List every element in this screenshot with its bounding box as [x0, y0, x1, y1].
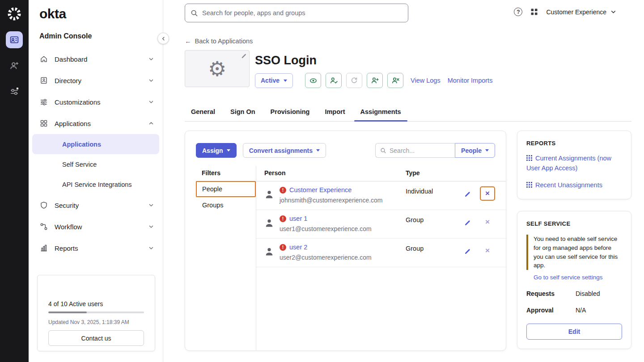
person-avatar-icon	[264, 218, 274, 238]
user-add-icon	[10, 61, 19, 70]
unassign-button[interactable]: ×	[480, 186, 495, 201]
approval-row: Approval N/A	[526, 307, 622, 314]
sidebar-item-applications[interactable]: Applications	[29, 113, 163, 134]
topbar-actions: ? Customer Experience	[514, 8, 616, 16]
sidebar-collapse-button[interactable]	[157, 33, 169, 44]
self-service-title: SELF SERVICE	[526, 220, 622, 227]
sidebar-item-label: Directory	[55, 77, 81, 84]
assignments-table: Person Type ! Customer Experience	[256, 166, 506, 350]
tab-import[interactable]: Import	[318, 104, 351, 121]
warning-icon: !	[280, 215, 286, 222]
app-status-row: Active View Logs Mo	[255, 73, 492, 88]
user-check-icon-button[interactable]	[326, 73, 342, 88]
toggles-icon	[10, 87, 19, 96]
view-logs-link[interactable]: View Logs	[411, 77, 441, 84]
assign-button[interactable]: Assign	[196, 143, 237, 158]
okta-wordmark: okta	[39, 6, 163, 21]
edit-logo-pencil-icon[interactable]	[241, 52, 247, 58]
assignments-card: Assign Convert assignments People	[185, 130, 506, 351]
sidebar-item-reports[interactable]: Reports	[29, 237, 163, 259]
sidebar-item-label: Reports	[55, 244, 78, 252]
convert-button-label: Convert assignments	[249, 147, 313, 154]
approval-label: Approval	[526, 307, 576, 314]
sidebar-subitem-label: Self Service	[62, 161, 97, 168]
back-to-applications-link[interactable]: ← Back to Applications	[185, 38, 253, 45]
assignments-body: Filters People Groups Person Type	[185, 166, 506, 350]
eye-icon-button[interactable]	[305, 73, 321, 88]
requests-row: Requests Disabled	[526, 290, 622, 297]
app-rail	[0, 0, 29, 362]
warning-icon: !	[280, 244, 286, 251]
help-icon[interactable]: ?	[514, 8, 522, 16]
person-avatar-icon	[264, 189, 274, 210]
person-link[interactable]: user 1	[289, 215, 307, 222]
self-service-note: You need to enable self service for org …	[526, 235, 622, 269]
active-users-progress-fill	[48, 311, 87, 313]
assignments-search-input[interactable]	[390, 147, 439, 154]
edit-pencil-icon[interactable]	[464, 219, 471, 225]
okta-spinner-logo	[6, 5, 23, 22]
tab-general[interactable]: General	[185, 104, 221, 121]
unassign-button[interactable]: ×	[480, 215, 495, 229]
filter-groups[interactable]: Groups	[196, 197, 256, 213]
rail-item-toggles[interactable]	[6, 83, 23, 100]
self-service-edit-button[interactable]: Edit	[526, 324, 622, 340]
sidebar-item-workflow[interactable]: Workflow	[29, 216, 163, 237]
column-type: Type	[406, 169, 420, 177]
rail-item-admin-console[interactable]	[6, 31, 23, 48]
sidebar-item-customizations[interactable]: Customizations	[29, 91, 163, 113]
monitor-imports-link[interactable]: Monitor Imports	[448, 77, 493, 84]
refresh-icon	[350, 76, 358, 84]
tab-assignments[interactable]: Assignments	[354, 104, 407, 121]
app-status-select[interactable]: Active	[255, 73, 293, 88]
tab-sign-on[interactable]: Sign On	[224, 104, 262, 121]
sidebar-item-directory[interactable]: Directory	[29, 70, 163, 91]
convert-assignments-button[interactable]: Convert assignments	[243, 143, 326, 158]
self-service-settings-link[interactable]: Go to self service settings	[526, 274, 622, 281]
user-plus-icon	[371, 76, 379, 85]
sidebar-item-dashboard[interactable]: Dashboard	[29, 48, 163, 70]
assignments-search	[375, 143, 455, 158]
right-sidebar: REPORTS Current Assignments (now User Ap…	[517, 130, 631, 349]
rail-item-add-user[interactable]	[6, 57, 23, 74]
filters-panel: Filters People Groups	[185, 166, 256, 350]
chevron-down-icon	[148, 78, 154, 83]
okta-spinner-icon	[7, 6, 22, 21]
tab-provisioning[interactable]: Provisioning	[264, 104, 316, 121]
sidebar-subitem-applications[interactable]: Applications	[32, 134, 159, 154]
sidebar-subitem-api-service-integrations[interactable]: API Service Integrations	[32, 174, 159, 194]
apps-grid-icon[interactable]	[530, 8, 538, 16]
current-assignments-label: Current Assignments (now User App Access…	[526, 155, 611, 172]
sidebar-subitem-label: API Service Integrations	[62, 181, 132, 188]
recent-unassignments-link[interactable]: Recent Unassignments	[526, 180, 622, 190]
org-switcher[interactable]: Customer Experience	[546, 8, 616, 16]
person-link[interactable]: user 2	[289, 244, 307, 251]
user-x-icon-button[interactable]	[387, 73, 403, 88]
assignment-type: Individual	[406, 186, 458, 210]
report-grid-icon	[526, 182, 532, 188]
table-row: ! user 2 user2@customerexperience.com Gr…	[256, 239, 506, 267]
user-check-icon	[330, 76, 338, 85]
chevron-down-icon	[148, 202, 154, 208]
person-email: johnsmith@customerexperience.com	[280, 197, 383, 204]
edit-pencil-icon[interactable]	[464, 247, 471, 254]
global-search-input[interactable]	[202, 9, 408, 17]
contact-us-button[interactable]: Contact us	[48, 330, 144, 346]
sidebar-item-security[interactable]: Security	[29, 194, 163, 216]
current-assignments-link[interactable]: Current Assignments (now User App Access…	[526, 153, 622, 173]
edit-pencil-icon[interactable]	[464, 190, 471, 197]
console-title: Admin Console	[39, 32, 163, 40]
sidebar-nav: Dashboard Directory Customizations App	[29, 48, 163, 259]
chevron-down-icon	[284, 80, 287, 82]
filter-people[interactable]: People	[196, 181, 256, 197]
home-icon	[39, 55, 48, 63]
refresh-icon-button	[346, 73, 362, 88]
unassign-button[interactable]: ×	[480, 244, 495, 258]
warning-icon: !	[280, 187, 286, 194]
user-plus-icon-button[interactable]	[367, 73, 383, 88]
directory-icon	[39, 76, 48, 84]
person-link[interactable]: Customer Experience	[289, 186, 352, 194]
search-type-select[interactable]: People	[455, 143, 495, 158]
person-email: user1@customerexperience.com	[280, 225, 372, 232]
sidebar-subitem-self-service[interactable]: Self Service	[32, 154, 159, 174]
